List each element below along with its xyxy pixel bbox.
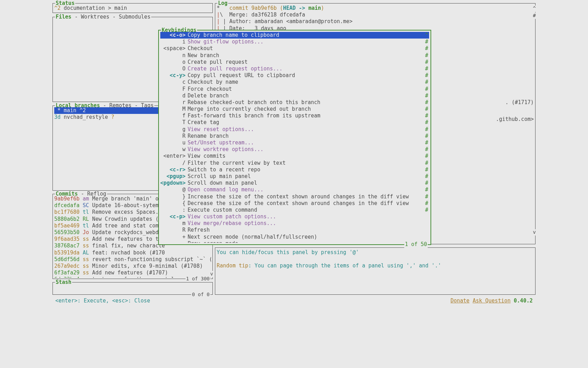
- log-peek-1: . (#1717): [505, 99, 534, 106]
- keybinding-row[interactable]: rRebase checked-out branch onto this bra…: [160, 99, 429, 106]
- keybinding-row[interactable]: cCheckout by name#: [160, 79, 429, 86]
- keybinding-row[interactable]: }Increase the size of the context shown …: [160, 193, 429, 200]
- keybinding-row[interactable]: <c-r>Switch to a recent repo#: [160, 166, 429, 173]
- keybinding-row[interactable]: MMerge into currently checked out branch…: [160, 106, 429, 113]
- keybindings-counter: 1 of 50: [404, 241, 428, 248]
- keybinding-row[interactable]: :Execute custom command#: [160, 207, 429, 213]
- log-line: | | Author: ambaradan <ambaradan@proton.…: [217, 18, 534, 25]
- log-line: * commit 9ab9ef6b (HEAD -> main): [217, 5, 534, 12]
- keybinding-row[interactable]: <space>Checkout#: [160, 45, 429, 52]
- log-peek-2: .github.com>: [496, 116, 534, 123]
- keybinding-row[interactable]: <enter>View commits#: [160, 153, 429, 159]
- hint-panel: You can hide/focus this panel by pressin…: [215, 247, 536, 295]
- keybinding-row[interactable]: gView reset options...#: [160, 126, 429, 133]
- keybinding-row[interactable]: <c-p>View custom patch options...: [160, 213, 429, 220]
- version-label: 0.40.2: [514, 298, 533, 304]
- files-title: Files - Worktrees - Submodules: [55, 14, 151, 20]
- keybinding-row[interactable]: oCreate pull request#: [160, 59, 429, 66]
- commit-row[interactable]: 267a9edc ss Minor edits, xfce 9-minimal …: [54, 263, 211, 270]
- status-panel: Status ^2 documentation > main: [52, 3, 213, 13]
- commit-row[interactable]: 6f3afa29 ss Add new features (#1707): [54, 270, 211, 276]
- log-line: |\ Merge: da3f6218 dfcedafa: [217, 12, 534, 18]
- hint-line-1: You can hide/focus this panel by pressin…: [217, 249, 534, 256]
- keybinding-row[interactable]: nNew branch#: [160, 52, 429, 59]
- stash-panel[interactable]: Stash 0 of 0: [52, 282, 213, 295]
- status-line: ^2 documentation > main: [54, 5, 211, 12]
- keybinding-row[interactable]: <c-y>Copy pull request URL to clipboard#: [160, 72, 429, 79]
- keybinding-row[interactable]: uSet/Unset upstream...#: [160, 139, 429, 146]
- keybindings-popup[interactable]: Keybindings <c-o>Copy branch name to cli…: [158, 30, 431, 245]
- keybinding-row[interactable]: <c-o>Copy branch name to clipboard^: [160, 32, 429, 39]
- footer-hint: <enter>: Execute, <esc>: Close: [55, 298, 150, 304]
- keybinding-row[interactable]: RRefresh: [160, 227, 429, 233]
- keybinding-row[interactable]: <pgdown>Scroll down main panel#: [160, 180, 429, 186]
- keybinding-row[interactable]: OCreate pull request options...#: [160, 66, 429, 72]
- scroll-marker-icon: #: [533, 13, 536, 19]
- stash-title: Stash: [55, 279, 72, 286]
- commits-counter: 1 of 300: [186, 276, 210, 282]
- stash-counter: 0 of 0: [191, 292, 210, 298]
- scroll-down-icon: v: [533, 229, 536, 236]
- scroll-down-icon: v: [210, 271, 213, 277]
- ask-question-link[interactable]: Ask Question: [472, 298, 510, 304]
- commit-row[interactable]: 5d6df56d ss revert non-functioning subsc…: [54, 256, 211, 263]
- keybinding-row[interactable]: mView merge/rebase options...: [160, 220, 429, 227]
- donate-link[interactable]: Donate: [450, 298, 469, 304]
- keybinding-row[interactable]: @Open command log menu...#: [160, 186, 429, 193]
- keybinding-row[interactable]: wView worktree options...#: [160, 146, 429, 153]
- keybinding-row[interactable]: fFast-forward this branch from its upstr…: [160, 113, 429, 119]
- keybinding-row[interactable]: <pgup>Scroll up main panel#: [160, 173, 429, 180]
- footer-links: Donate Ask Question 0.40.2: [450, 298, 533, 304]
- hint-line-2: Random tip: You can page through the ite…: [217, 263, 534, 269]
- keybinding-row[interactable]: FForce checkout#: [160, 86, 429, 93]
- keybinding-row[interactable]: _Prev screen mode: [160, 240, 429, 243]
- keybinding-row[interactable]: {Decrease the size of the context shown …: [160, 200, 429, 207]
- keybinding-row[interactable]: RRename branch#: [160, 133, 429, 139]
- keybinding-row[interactable]: /Filter the current view by text#: [160, 160, 429, 166]
- scroll-up-icon: ^: [533, 6, 536, 12]
- footer-bar: <enter>: Execute, <esc>: Close Donate As…: [55, 298, 533, 304]
- keybinding-row[interactable]: TCreate tag#: [160, 119, 429, 126]
- keybinding-row[interactable]: +Next screen mode (normal/half/fullscree…: [160, 234, 429, 240]
- keybinding-row[interactable]: iShow git-flow options...#: [160, 39, 429, 45]
- keybinding-row[interactable]: dDelete branch#: [160, 93, 429, 99]
- commit-row[interactable]: b53919da AL feat: nvchad book (#170: [54, 250, 211, 256]
